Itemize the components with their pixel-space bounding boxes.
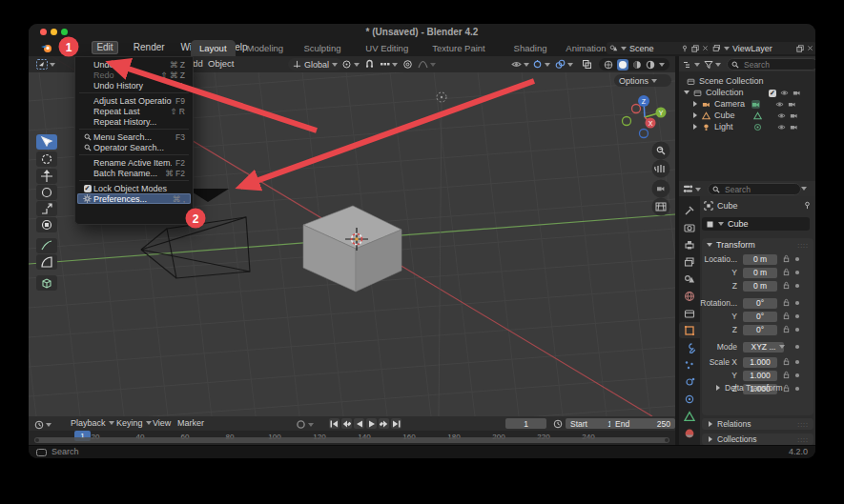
rotation-mode-dropdown[interactable]: XYZ ... xyxy=(743,342,784,353)
perspective-toggle-button[interactable] xyxy=(652,198,670,216)
properties-tab-tool[interactable] xyxy=(679,202,700,218)
edit-menu-item-undo-history[interactable]: Undo History xyxy=(77,80,191,91)
duplicate-icon[interactable] xyxy=(691,45,699,52)
properties-tab-render[interactable] xyxy=(679,219,700,235)
outliner-row-camera[interactable]: Camera xyxy=(679,98,815,110)
lock-icon[interactable] xyxy=(782,281,791,292)
workspace-tab-layout[interactable]: Layout xyxy=(191,40,236,56)
outliner-filter-dropdown[interactable] xyxy=(704,58,721,71)
next-keyframe-button[interactable] xyxy=(379,418,389,429)
transform-location-value-field[interactable]: 0 m xyxy=(743,268,777,278)
transform-rotation-value-field[interactable]: 0° xyxy=(743,298,777,309)
breadcrumb-object[interactable]: Cube xyxy=(717,201,738,211)
navigation-gizmo[interactable]: Z Y X xyxy=(623,95,667,138)
render-visibility-icon[interactable] xyxy=(790,111,798,120)
object-name-field[interactable]: Cube xyxy=(702,217,810,231)
pan-view-button[interactable] xyxy=(652,160,670,178)
animate-dot-icon[interactable] xyxy=(795,271,799,274)
edit-menu-item-redo[interactable]: Redo⇧ ⌘ Z xyxy=(77,70,191,80)
menubar-item-edit[interactable]: Edit xyxy=(92,41,117,54)
collapsed-caret-icon[interactable] xyxy=(693,112,697,118)
eye-icon[interactable] xyxy=(777,123,786,131)
object-visibility-dropdown[interactable] xyxy=(511,58,529,71)
transform-tool-button[interactable] xyxy=(36,217,57,232)
blender-logo-icon[interactable] xyxy=(41,43,52,53)
play-button[interactable] xyxy=(366,418,377,429)
scrollbar-left-handle[interactable] xyxy=(35,438,39,442)
timeline-ruler[interactable]: 20406080100120140160180200220240 1 xyxy=(29,431,675,445)
animate-dot-icon[interactable] xyxy=(795,345,799,349)
cursor-tool-button[interactable] xyxy=(36,151,57,167)
panel-grip-icon[interactable]: :::: xyxy=(797,242,809,249)
properties-tab-output[interactable] xyxy=(679,236,700,252)
animate-dot-icon[interactable] xyxy=(795,373,799,377)
pin-icon[interactable] xyxy=(681,45,689,52)
outliner-row-collection[interactable]: Collection✓ xyxy=(679,87,815,98)
lock-icon[interactable] xyxy=(782,371,791,381)
transform-panel-header[interactable]: Transform :::: xyxy=(702,238,813,252)
collapsed-caret-icon[interactable] xyxy=(693,124,697,130)
close-icon[interactable] xyxy=(702,45,709,51)
render-visibility-icon[interactable] xyxy=(790,123,798,131)
workspace-tab-animation[interactable]: Animation xyxy=(557,40,610,56)
snap-toggle[interactable] xyxy=(364,58,375,71)
viewport-menu-object[interactable]: Object xyxy=(208,58,234,69)
outliner-row-scene-collection[interactable]: Scene Collection xyxy=(679,75,815,87)
xray-toggle[interactable] xyxy=(582,58,592,71)
edit-menu-item-operator-search[interactable]: Operator Search... xyxy=(77,142,191,152)
end-frame-field[interactable]: End 250 xyxy=(610,418,675,429)
render-visibility-icon[interactable] xyxy=(793,89,801,97)
properties-editor-button[interactable] xyxy=(683,183,701,195)
viewport-nav-buttons[interactable] xyxy=(652,142,670,216)
properties-options-chevron[interactable] xyxy=(801,187,807,191)
lock-icon[interactable] xyxy=(782,312,791,322)
collection-checkbox-icon[interactable]: ✓ xyxy=(769,90,776,97)
menubar-item-render[interactable]: Render xyxy=(129,41,170,54)
proportional-falloff-dropdown[interactable] xyxy=(418,58,436,71)
select-box-tool-button[interactable] xyxy=(36,134,57,150)
properties-tab-material[interactable] xyxy=(679,425,700,441)
scale-tool-button[interactable] xyxy=(36,201,57,216)
rotate-tool-button[interactable] xyxy=(36,185,57,200)
options-dropdown[interactable]: Options xyxy=(614,74,671,87)
outliner-row-cube[interactable]: Cube xyxy=(679,110,815,121)
menubar-item-file[interactable]: File xyxy=(55,41,80,54)
jump-to-start-button[interactable] xyxy=(329,418,340,429)
transform-location-value-field[interactable]: 0 m xyxy=(743,254,777,265)
animate-dot-icon[interactable] xyxy=(795,314,799,318)
lock-icon[interactable] xyxy=(782,325,791,335)
edit-menu-item-repeat-history[interactable]: Repeat History... xyxy=(77,116,191,127)
animate-dot-icon[interactable] xyxy=(795,360,799,364)
move-tool-button[interactable] xyxy=(36,169,57,184)
animate-dot-icon[interactable] xyxy=(795,257,799,261)
wireframe-shading-icon[interactable] xyxy=(604,60,613,70)
edit-menu-item-lock-object-modes[interactable]: ✓Lock Object Modes xyxy=(77,183,191,193)
pin-icon[interactable] xyxy=(803,201,812,210)
panel-collections[interactable]: Collections:::: xyxy=(702,433,813,445)
animate-dot-icon[interactable] xyxy=(795,301,799,305)
expand-caret-icon[interactable] xyxy=(684,91,690,94)
outliner-display-mode-dropdown[interactable] xyxy=(683,58,700,71)
scrollbar-right-handle[interactable] xyxy=(665,438,669,442)
outliner-search-input[interactable] xyxy=(742,59,803,71)
lock-icon[interactable] xyxy=(782,268,791,278)
lock-icon[interactable] xyxy=(782,298,791,309)
edit-menu-item-rename-active-item[interactable]: Rename Active Item...F2 xyxy=(77,157,191,168)
panel-relations[interactable]: Relations:::: xyxy=(702,418,813,430)
lock-icon[interactable] xyxy=(782,357,791,368)
overlays-dropdown[interactable] xyxy=(555,58,573,71)
workspace-tab-modeling[interactable]: Modeling xyxy=(238,40,293,56)
transform-location-value-field[interactable]: 0 m xyxy=(743,281,777,292)
timeline-menu-marker[interactable]: Marker xyxy=(177,418,204,428)
zoom-view-button[interactable] xyxy=(652,142,670,160)
current-frame-field[interactable]: 1 xyxy=(505,418,546,429)
gizmos-dropdown[interactable] xyxy=(532,58,550,71)
timeline-menu-playback[interactable]: Playback xyxy=(71,418,114,428)
eye-icon[interactable] xyxy=(777,111,786,120)
render-visibility-icon[interactable] xyxy=(788,100,796,109)
timeline-editor-button[interactable] xyxy=(34,418,51,431)
properties-tab-data[interactable] xyxy=(679,408,700,424)
gizmo-neg-z-axis[interactable] xyxy=(640,130,648,138)
workspace-tab-texture-paint[interactable]: Texture Paint xyxy=(423,40,493,56)
properties-search[interactable] xyxy=(708,183,801,195)
